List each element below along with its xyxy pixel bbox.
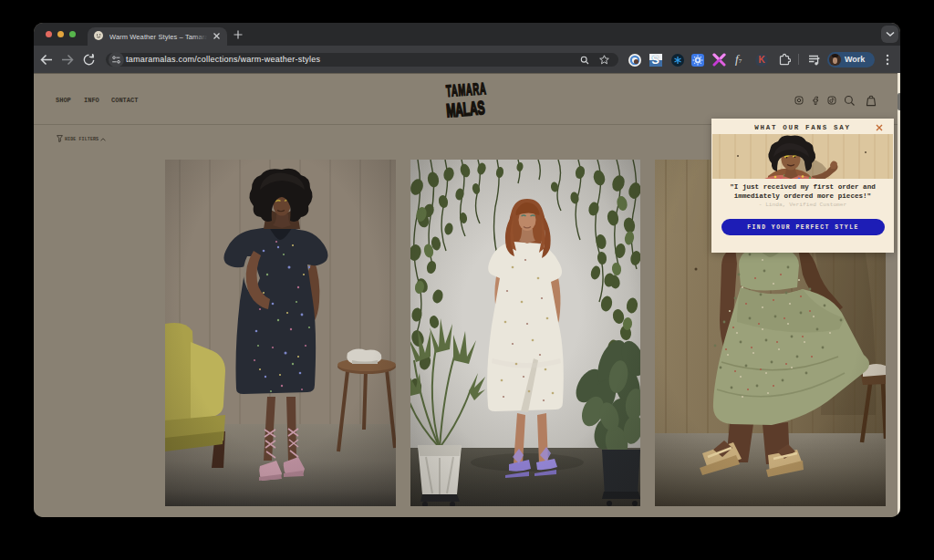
svg-text:MALAS: MALAS [445, 98, 485, 121]
